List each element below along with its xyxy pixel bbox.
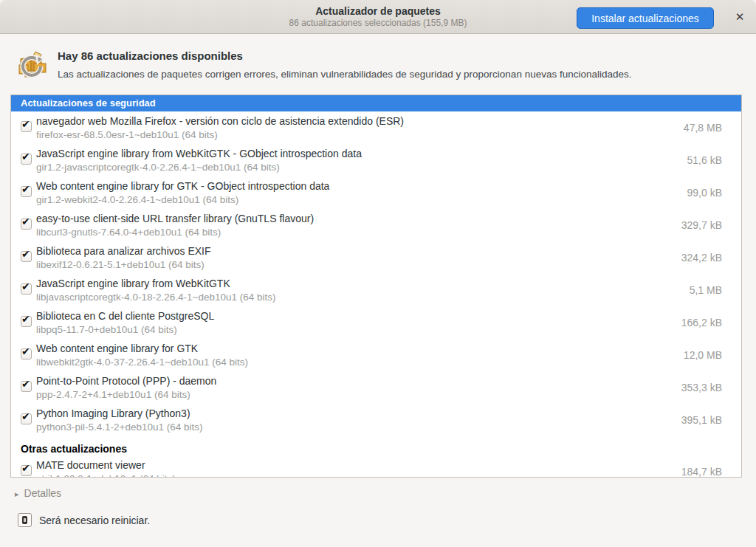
update-checkbox[interactable]: ✔ — [21, 316, 32, 327]
close-icon[interactable]: ✕ — [731, 8, 749, 26]
update-package: libexif12-0.6.21-5.1+deb10u1 (64 bits) — [36, 258, 211, 272]
update-package: libjavascriptcoregtk-4.0-18-2.26.4-1~deb… — [36, 291, 276, 304]
update-row-text: easy-to-use client-side URL transfer lib… — [36, 212, 314, 239]
check-icon: ✔ — [21, 410, 30, 422]
update-package: libpq5-11.7-0+deb10u1 (64 bits) — [36, 323, 214, 337]
update-name: Web content engine library for GTK — [36, 342, 248, 356]
details-label: Detalles — [24, 487, 62, 499]
update-checkbox[interactable]: ✔ — [21, 219, 32, 230]
update-package: atril-1.20.3-1+deb10u1 (64 bits) — [36, 472, 176, 478]
check-icon: ✔ — [21, 313, 30, 325]
update-package: gir1.2-webkit2-4.0-2.26.4-1~deb10u1 (64 … — [36, 193, 329, 207]
update-name: Web content engine library for GTK - GOb… — [36, 179, 329, 193]
update-list: Actualizaciones de seguridad ✔ navegador… — [10, 94, 742, 478]
check-icon: ✔ — [21, 345, 30, 357]
update-row[interactable]: ✔ navegador web Mozilla Firefox - versió… — [11, 111, 741, 144]
update-package: firefox-esr-68.5.0esr-1~deb10u1 (64 bits… — [36, 128, 404, 142]
update-name: JavaScript engine library from WebKitGTK — [36, 277, 276, 291]
update-size: 5,1 MB — [690, 274, 722, 306]
update-row[interactable]: ✔ JavaScript engine library from WebKitG… — [11, 144, 741, 176]
check-icon: ✔ — [21, 462, 30, 474]
restart-notice-row: Será necesario reiniciar. — [18, 513, 150, 528]
update-row[interactable]: ✔ JavaScript engine library from WebKitG… — [11, 274, 741, 306]
page-title: Hay 86 actualizaciones disponibles — [58, 49, 243, 62]
check-icon: ✔ — [21, 281, 30, 292]
update-package: python3-pil-5.4.1-2+deb10u1 (64 bits) — [36, 421, 203, 434]
update-row[interactable]: ✔ Python Imaging Library (Python3) pytho… — [11, 404, 741, 436]
restart-required-icon — [18, 513, 32, 527]
expander-arrow-icon: ▸ — [15, 489, 19, 498]
update-checkbox[interactable]: ✔ — [21, 154, 32, 165]
check-icon: ✔ — [21, 183, 30, 195]
update-row[interactable]: ✔ MATE document viewer atril-1.20.3-1+de… — [11, 455, 741, 478]
update-name: JavaScript engine library from WebKitGTK… — [36, 147, 362, 161]
update-row-text: Python Imaging Library (Python3) python3… — [36, 407, 203, 434]
update-row-text: Biblioteca en C del cliente PostgreSQL l… — [36, 309, 214, 337]
update-name: Biblioteca para analizar archivos EXIF — [36, 244, 211, 258]
update-row[interactable]: ✔ Biblioteca en C del cliente PostgreSQL… — [11, 306, 741, 339]
update-row[interactable]: ✔ Biblioteca para analizar archivos EXIF… — [11, 241, 741, 274]
update-checkbox[interactable]: ✔ — [21, 283, 32, 295]
update-checkbox[interactable]: ✔ — [21, 381, 32, 392]
update-size: 12,0 MB — [684, 339, 722, 371]
update-row-text: Biblioteca para analizar archivos EXIF l… — [36, 244, 211, 272]
update-name: Python Imaging Library (Python3) — [36, 407, 203, 421]
section-header: Otras actualizaciones — [11, 436, 741, 455]
check-icon: ✔ — [21, 151, 30, 162]
update-size: 324,2 kB — [681, 241, 722, 274]
window-title: Actualizador de paquetes — [148, 4, 608, 18]
update-name: navegador web Mozilla Firefox - versión … — [36, 114, 404, 128]
update-size: 184,7 kB — [681, 455, 722, 478]
update-size: 353,3 kB — [681, 371, 722, 404]
update-size: 329,7 kB — [681, 209, 722, 241]
package-updates-icon — [16, 49, 49, 81]
update-size: 166,2 kB — [681, 306, 722, 339]
update-size: 99,0 kB — [687, 176, 722, 209]
update-size: 47,8 MB — [684, 111, 722, 144]
check-icon: ✔ — [21, 248, 30, 260]
update-row-text: MATE document viewer atril-1.20.3-1+deb1… — [36, 458, 176, 478]
titlebar: Actualizador de paquetes 86 actualizacio… — [0, 0, 756, 34]
check-icon: ✔ — [21, 118, 30, 130]
update-package: ppp-2.4.7-2+4.1+deb10u1 (64 bits) — [36, 388, 216, 402]
window-subtitle: 86 actualizaciones seleccionadas (155,9 … — [148, 18, 608, 29]
details-expander[interactable]: ▸Detalles — [15, 487, 61, 499]
update-row-text: Point-to-Point Protocol (PPP) - daemon p… — [36, 374, 216, 402]
section-header: Actualizaciones de seguridad — [11, 95, 741, 111]
update-checkbox[interactable]: ✔ — [21, 413, 32, 424]
update-package: libcurl3-gnutls-7.64.0-4+deb10u1 (64 bit… — [36, 226, 314, 239]
update-name: MATE document viewer — [36, 458, 176, 472]
page-description: Las actualizaciones de paquetes corrigen… — [58, 69, 632, 80]
update-package: libwebkit2gtk-4.0-37-2.26.4-1~deb10u1 (6… — [36, 356, 248, 369]
update-row[interactable]: ✔ Web content engine library for GTK - G… — [11, 176, 741, 209]
update-size: 51,6 kB — [687, 144, 722, 176]
check-icon: ✔ — [21, 216, 30, 227]
update-package: gir1.2-javascriptcoregtk-4.0-2.26.4-1~de… — [36, 161, 362, 174]
update-name: Point-to-Point Protocol (PPP) - daemon — [36, 374, 216, 388]
update-name: Biblioteca en C del cliente PostgreSQL — [36, 309, 214, 323]
update-checkbox[interactable]: ✔ — [21, 121, 32, 132]
restart-notice: Será necesario reiniciar. — [39, 515, 150, 526]
update-row-text: navegador web Mozilla Firefox - versión … — [36, 114, 404, 142]
update-checkbox[interactable]: ✔ — [21, 465, 32, 476]
update-row[interactable]: ✔ Point-to-Point Protocol (PPP) - daemon… — [11, 371, 741, 404]
update-checkbox[interactable]: ✔ — [21, 251, 32, 262]
update-row-text: Web content engine library for GTK libwe… — [36, 342, 248, 369]
update-row-text: Web content engine library for GTK - GOb… — [36, 179, 329, 207]
update-size: 395,1 kB — [681, 404, 722, 436]
check-icon: ✔ — [21, 378, 30, 390]
update-checkbox[interactable]: ✔ — [21, 186, 32, 197]
update-row-text: JavaScript engine library from WebKitGTK… — [36, 147, 362, 174]
update-name: easy-to-use client-side URL transfer lib… — [36, 212, 314, 226]
update-checkbox[interactable]: ✔ — [21, 348, 32, 359]
update-row-text: JavaScript engine library from WebKitGTK… — [36, 277, 276, 304]
update-row[interactable]: ✔ easy-to-use client-side URL transfer l… — [11, 209, 741, 241]
install-updates-button[interactable]: Instalar actualizaciones — [577, 7, 714, 29]
titlebar-captions: Actualizador de paquetes 86 actualizacio… — [148, 4, 608, 29]
update-row[interactable]: ✔ Web content engine library for GTK lib… — [11, 339, 741, 371]
